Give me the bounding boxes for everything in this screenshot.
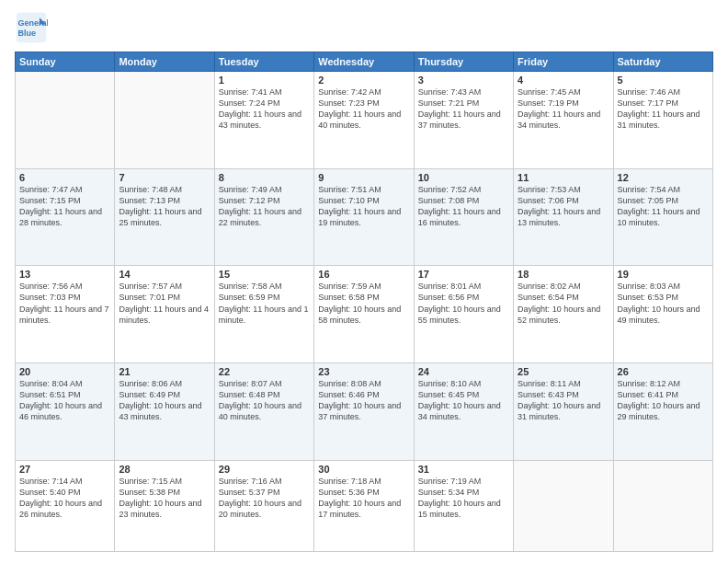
calendar-table: SundayMondayTuesdayWednesdayThursdayFrid…	[15, 52, 713, 552]
cell-info: Sunrise: 7:51 AM Sunset: 7:10 PM Dayligh…	[318, 184, 409, 229]
day-number: 22	[219, 366, 310, 377]
cell-info: Sunrise: 8:01 AM Sunset: 6:56 PM Dayligh…	[418, 281, 509, 326]
calendar-cell: 5Sunrise: 7:46 AM Sunset: 7:17 PM Daylig…	[613, 72, 712, 169]
calendar-week-row: 20Sunrise: 8:04 AM Sunset: 6:51 PM Dayli…	[16, 362, 713, 460]
day-number: 15	[219, 269, 310, 280]
cell-info: Sunrise: 7:42 AM Sunset: 7:23 PM Dayligh…	[318, 86, 409, 132]
day-number: 19	[618, 269, 709, 280]
calendar-cell: 26Sunrise: 8:12 AM Sunset: 6:41 PM Dayli…	[613, 362, 712, 460]
day-number: 25	[518, 366, 609, 377]
calendar-cell: 17Sunrise: 8:01 AM Sunset: 6:56 PM Dayli…	[414, 266, 513, 363]
calendar-cell: 10Sunrise: 7:52 AM Sunset: 7:08 PM Dayli…	[414, 168, 513, 266]
cell-info: Sunrise: 7:54 AM Sunset: 7:05 PM Dayligh…	[618, 184, 709, 229]
day-number: 20	[19, 366, 110, 377]
day-number: 14	[119, 269, 210, 280]
cell-info: Sunrise: 7:49 AM Sunset: 7:12 PM Dayligh…	[219, 184, 310, 229]
calendar-cell: 28Sunrise: 7:15 AM Sunset: 5:38 PM Dayli…	[115, 460, 214, 551]
weekday-header-saturday: Saturday	[613, 52, 712, 72]
calendar-cell	[514, 460, 613, 551]
calendar-cell: 7Sunrise: 7:48 AM Sunset: 7:13 PM Daylig…	[115, 168, 214, 266]
calendar-cell	[115, 72, 214, 169]
day-number: 9	[318, 172, 409, 183]
svg-text:Blue: Blue	[18, 29, 37, 38]
calendar-cell: 30Sunrise: 7:18 AM Sunset: 5:36 PM Dayli…	[314, 460, 414, 551]
day-number: 4	[518, 75, 609, 86]
calendar-cell: 23Sunrise: 8:08 AM Sunset: 6:46 PM Dayli…	[314, 362, 414, 460]
calendar-week-row: 13Sunrise: 7:56 AM Sunset: 7:03 PM Dayli…	[16, 266, 713, 363]
weekday-header-thursday: Thursday	[414, 52, 513, 72]
calendar-cell	[16, 72, 115, 169]
calendar-cell	[613, 460, 712, 551]
day-number: 17	[418, 269, 509, 280]
calendar-cell: 31Sunrise: 7:19 AM Sunset: 5:34 PM Dayli…	[414, 460, 513, 551]
calendar-cell: 27Sunrise: 7:14 AM Sunset: 5:40 PM Dayli…	[16, 460, 115, 551]
calendar-cell: 19Sunrise: 8:03 AM Sunset: 6:53 PM Dayli…	[613, 266, 712, 363]
calendar-cell: 22Sunrise: 8:07 AM Sunset: 6:48 PM Dayli…	[214, 362, 313, 460]
day-number: 3	[418, 75, 509, 86]
day-number: 13	[19, 269, 110, 280]
day-number: 26	[618, 366, 709, 377]
cell-info: Sunrise: 8:12 AM Sunset: 6:41 PM Dayligh…	[618, 378, 709, 423]
day-number: 24	[418, 366, 509, 377]
cell-info: Sunrise: 7:16 AM Sunset: 5:37 PM Dayligh…	[219, 476, 310, 521]
day-number: 7	[119, 172, 210, 183]
cell-info: Sunrise: 7:53 AM Sunset: 7:06 PM Dayligh…	[518, 184, 609, 229]
calendar-cell: 25Sunrise: 8:11 AM Sunset: 6:43 PM Dayli…	[514, 362, 613, 460]
day-number: 21	[119, 366, 210, 377]
calendar-cell: 1Sunrise: 7:41 AM Sunset: 7:24 PM Daylig…	[214, 72, 313, 169]
calendar-cell: 18Sunrise: 8:02 AM Sunset: 6:54 PM Dayli…	[514, 266, 613, 363]
cell-info: Sunrise: 7:48 AM Sunset: 7:13 PM Dayligh…	[119, 184, 210, 229]
calendar-week-row: 1Sunrise: 7:41 AM Sunset: 7:24 PM Daylig…	[16, 72, 713, 169]
cell-info: Sunrise: 8:02 AM Sunset: 6:54 PM Dayligh…	[518, 281, 609, 326]
weekday-header-row: SundayMondayTuesdayWednesdayThursdayFrid…	[16, 52, 713, 72]
cell-info: Sunrise: 7:52 AM Sunset: 7:08 PM Dayligh…	[418, 184, 509, 229]
calendar-cell: 9Sunrise: 7:51 AM Sunset: 7:10 PM Daylig…	[314, 168, 414, 266]
calendar-cell: 2Sunrise: 7:42 AM Sunset: 7:23 PM Daylig…	[314, 72, 414, 169]
cell-info: Sunrise: 7:41 AM Sunset: 7:24 PM Dayligh…	[219, 86, 310, 132]
cell-info: Sunrise: 8:10 AM Sunset: 6:45 PM Dayligh…	[418, 378, 509, 423]
page: General Blue SundayMondayTuesdayWednesda…	[0, 0, 728, 563]
cell-info: Sunrise: 7:56 AM Sunset: 7:03 PM Dayligh…	[19, 281, 110, 326]
day-number: 28	[119, 464, 210, 475]
cell-info: Sunrise: 8:07 AM Sunset: 6:48 PM Dayligh…	[219, 378, 310, 423]
day-number: 2	[318, 75, 409, 86]
calendar-cell: 14Sunrise: 7:57 AM Sunset: 7:01 PM Dayli…	[115, 266, 214, 363]
weekday-header-sunday: Sunday	[16, 52, 115, 72]
cell-info: Sunrise: 7:14 AM Sunset: 5:40 PM Dayligh…	[19, 476, 110, 521]
cell-info: Sunrise: 8:11 AM Sunset: 6:43 PM Dayligh…	[518, 378, 609, 423]
day-number: 10	[418, 172, 509, 183]
day-number: 1	[219, 75, 310, 86]
calendar-cell: 12Sunrise: 7:54 AM Sunset: 7:05 PM Dayli…	[613, 168, 712, 266]
day-number: 30	[318, 464, 409, 475]
calendar-cell: 16Sunrise: 7:59 AM Sunset: 6:58 PM Dayli…	[314, 266, 414, 363]
calendar-cell: 20Sunrise: 8:04 AM Sunset: 6:51 PM Dayli…	[16, 362, 115, 460]
cell-info: Sunrise: 7:46 AM Sunset: 7:17 PM Dayligh…	[618, 86, 709, 132]
calendar-cell: 15Sunrise: 7:58 AM Sunset: 6:59 PM Dayli…	[214, 266, 313, 363]
cell-info: Sunrise: 7:43 AM Sunset: 7:21 PM Dayligh…	[418, 86, 509, 132]
day-number: 23	[318, 366, 409, 377]
calendar-cell: 21Sunrise: 8:06 AM Sunset: 6:49 PM Dayli…	[115, 362, 214, 460]
calendar-cell: 4Sunrise: 7:45 AM Sunset: 7:19 PM Daylig…	[514, 72, 613, 169]
cell-info: Sunrise: 7:58 AM Sunset: 6:59 PM Dayligh…	[219, 281, 310, 326]
day-number: 12	[618, 172, 709, 183]
day-number: 31	[418, 464, 509, 475]
cell-info: Sunrise: 8:06 AM Sunset: 6:49 PM Dayligh…	[119, 378, 210, 423]
logo: General Blue	[15, 11, 51, 44]
calendar-cell: 3Sunrise: 7:43 AM Sunset: 7:21 PM Daylig…	[414, 72, 513, 169]
weekday-header-friday: Friday	[514, 52, 613, 72]
day-number: 18	[518, 269, 609, 280]
calendar-week-row: 27Sunrise: 7:14 AM Sunset: 5:40 PM Dayli…	[16, 460, 713, 551]
day-number: 6	[19, 172, 110, 183]
cell-info: Sunrise: 7:45 AM Sunset: 7:19 PM Dayligh…	[518, 86, 609, 132]
day-number: 29	[219, 464, 310, 475]
cell-info: Sunrise: 7:57 AM Sunset: 7:01 PM Dayligh…	[119, 281, 210, 326]
day-number: 8	[219, 172, 310, 183]
cell-info: Sunrise: 7:59 AM Sunset: 6:58 PM Dayligh…	[318, 281, 409, 326]
weekday-header-wednesday: Wednesday	[314, 52, 414, 72]
cell-info: Sunrise: 7:19 AM Sunset: 5:34 PM Dayligh…	[418, 476, 509, 521]
weekday-header-tuesday: Tuesday	[214, 52, 313, 72]
calendar-cell: 13Sunrise: 7:56 AM Sunset: 7:03 PM Dayli…	[16, 266, 115, 363]
calendar-cell: 29Sunrise: 7:16 AM Sunset: 5:37 PM Dayli…	[214, 460, 313, 551]
header: General Blue	[15, 11, 713, 44]
calendar-cell: 24Sunrise: 8:10 AM Sunset: 6:45 PM Dayli…	[414, 362, 513, 460]
